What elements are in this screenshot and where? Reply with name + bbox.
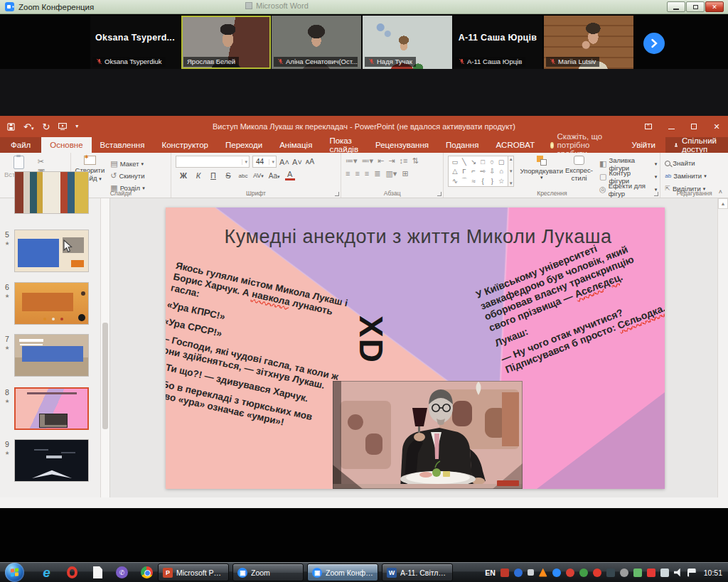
slide-thumbnail-9[interactable] [14, 439, 89, 482]
font-color-button[interactable]: A [285, 171, 295, 180]
redo-icon[interactable]: ↻ [42, 122, 50, 131]
participant-tile-active-speaker[interactable]: Ярослав Белей [181, 16, 271, 69]
ppt-titlebar[interactable]: ↶▾ ↻ ▾ Виступ Микола Лукаш як перекладач… [0, 116, 728, 137]
decrease-font-icon[interactable]: A˅ [292, 158, 302, 166]
dialog-launcher-icon[interactable] [654, 192, 658, 196]
columns-icon[interactable]: ▥▾ [385, 170, 397, 178]
shapes-gallery[interactable]: ▭╲↘□○▢ △Γ⌐⇨⇩⌂ ∿⌒≈{}☆ [448, 156, 508, 187]
shapes-gallery-scroll[interactable]: ▲▼▼ [508, 156, 515, 187]
tray-icon[interactable] [606, 568, 615, 577]
dialog-launcher-icon[interactable] [335, 192, 339, 196]
tray-icon[interactable] [514, 568, 523, 577]
editor-scrollbar[interactable]: ▲ [717, 198, 728, 497]
clear-formatting-icon[interactable]: 🗚 [305, 157, 315, 166]
collapse-ribbon-icon[interactable]: ˄ [719, 188, 722, 195]
tab-review[interactable]: Рецензування [367, 137, 437, 153]
tab-insert[interactable]: Вставлення [92, 137, 154, 153]
tray-icon[interactable] [647, 568, 655, 577]
decrease-indent-icon[interactable]: ⇤ [378, 157, 384, 165]
ppt-restore-button[interactable] [682, 116, 705, 137]
find-button[interactable]: Знайти [665, 158, 725, 168]
participant-tile[interactable]: Надя Тучак [363, 16, 452, 69]
zoom-close-button[interactable]: ✕ [705, 1, 724, 12]
increase-indent-icon[interactable]: ⇥ [388, 157, 395, 165]
slide-canvas[interactable]: Кумедні анекдоти з життя Миколи Лукаша Я… [166, 208, 665, 489]
strikethrough-button[interactable]: S [223, 171, 233, 180]
align-center-icon[interactable]: ≡ [355, 170, 359, 178]
zoom-titlebar[interactable]: Zoom Конференция Microsoft Word ✕ [0, 0, 728, 14]
slide-xd-text[interactable]: XD [353, 303, 390, 377]
italic-button[interactable]: К [193, 171, 203, 180]
viber-icon[interactable]: ✆ [114, 565, 129, 580]
tray-icon[interactable] [566, 568, 574, 577]
undo-icon[interactable]: ↶▾ [23, 122, 33, 131]
arrange-button[interactable]: Упорядкувати▾ [520, 156, 563, 180]
taskbar-button-zoom[interactable]: ▣ Zoom [232, 564, 304, 581]
network-icon[interactable] [660, 568, 669, 577]
internet-explorer-icon[interactable]: e [39, 565, 54, 580]
slide-title[interactable]: Кумедні анекдоти з життя Миколи Лукаша [201, 226, 635, 248]
start-slideshow-icon[interactable] [58, 123, 67, 130]
taskbar-button-powerpoint[interactable]: P Microsoft Powe... [158, 564, 229, 581]
slide-photo-man-with-glass[interactable] [333, 381, 523, 489]
taskbar-button-zoom-meeting-active[interactable]: ▣ Zoom Конфе... [307, 564, 378, 581]
customize-qat-icon[interactable]: ▾ [75, 124, 78, 129]
replace-button[interactable]: abЗамінити▾ [665, 171, 725, 181]
tray-icon[interactable] [593, 568, 601, 577]
ppt-close-button[interactable]: ✕ [705, 116, 728, 137]
increase-font-icon[interactable]: A˄ [279, 158, 289, 166]
tab-transitions[interactable]: Переходи [217, 137, 271, 153]
tray-icon[interactable] [633, 568, 642, 577]
tray-icon[interactable] [539, 568, 547, 577]
slide-thumbnail-4[interactable] [14, 171, 89, 214]
dialog-launcher-icon[interactable] [437, 192, 441, 196]
tab-design[interactable]: Конструктор [153, 137, 217, 153]
tab-acrobat[interactable]: ACROBAT [487, 137, 543, 153]
next-participants-button[interactable] [643, 33, 665, 54]
ribbon-display-options-button[interactable] [637, 116, 660, 137]
font-size-combo[interactable]: 44▾ [252, 156, 277, 168]
tell-me-box[interactable]: Скажіть, що потрібно зробити... [543, 137, 621, 153]
chrome-icon[interactable] [139, 565, 154, 580]
tray-icon[interactable] [528, 569, 534, 576]
align-left-icon[interactable]: ≡ [346, 170, 350, 178]
text-shadow-button[interactable]: abc [238, 173, 248, 179]
taskbar-clock[interactable]: 10:51 [704, 568, 722, 577]
justify-icon[interactable]: ≣ [374, 170, 380, 178]
zoom-minimize-button[interactable] [667, 1, 685, 12]
tray-icon[interactable] [552, 568, 561, 577]
bold-button[interactable]: Ж [178, 171, 188, 180]
participant-tile[interactable]: Oksana Tsyperd... Oksana Tsyperdiuk [90, 16, 180, 69]
tray-icon[interactable] [579, 568, 588, 577]
sign-in-button[interactable]: Увійти [622, 137, 665, 153]
text-direction-icon[interactable]: ⇅ [412, 157, 418, 165]
scroll-up-icon[interactable]: ▲ [718, 198, 728, 209]
language-switcher[interactable]: EN [485, 568, 496, 577]
thumbnail-scrollbar[interactable] [100, 198, 109, 497]
quick-styles-button[interactable]: Експрес-стилі [563, 156, 595, 182]
reset-button[interactable]: ↺Скинути [110, 171, 144, 181]
cut-icon[interactable]: ✂ [38, 158, 45, 166]
save-icon[interactable] [7, 123, 15, 131]
tab-home[interactable]: Основне [41, 137, 91, 153]
underline-button[interactable]: П [208, 171, 218, 180]
line-spacing-icon[interactable]: ↕≡ [399, 157, 407, 165]
smartart-convert-icon[interactable]: ⊞ [402, 170, 408, 178]
action-center-flag-icon[interactable] [687, 568, 696, 577]
volume-icon[interactable] [674, 568, 682, 577]
tab-slideshow[interactable]: Показ слайдів [321, 137, 367, 153]
start-button[interactable] [5, 563, 24, 582]
document-icon[interactable] [90, 565, 105, 580]
zoom-maximize-button[interactable] [686, 1, 705, 12]
character-spacing-button[interactable]: AV▾ [253, 172, 264, 179]
participant-tile[interactable]: А-11 Саша Юрців А-11 Саша Юрців [453, 16, 542, 69]
participant-tile[interactable]: Mariia Lutsiv [544, 16, 633, 69]
slide-thumbnail-5[interactable] [14, 230, 89, 272]
slide-thumbnail-7[interactable] [14, 334, 89, 377]
tray-icon[interactable] [620, 568, 628, 577]
change-case-button[interactable]: Aa▾ [269, 172, 280, 180]
numbering-icon[interactable]: ≕▾ [362, 157, 374, 165]
participant-tile[interactable]: Аліна Сенатович(Ост... [272, 16, 361, 69]
tray-icon[interactable] [500, 568, 509, 577]
ppt-minimize-button[interactable] [660, 116, 682, 137]
